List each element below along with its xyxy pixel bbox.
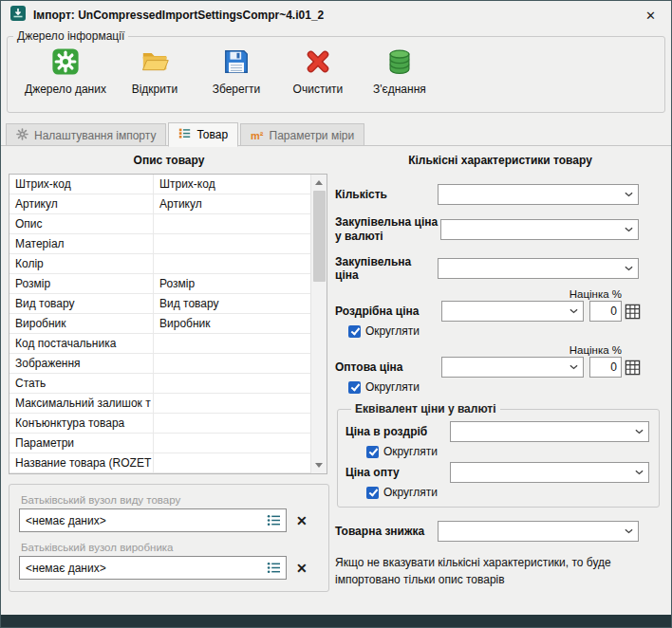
value-cell[interactable]: [154, 234, 310, 253]
parent-type-value: <немає даних>: [20, 514, 261, 527]
close-button[interactable]: ✕: [640, 7, 662, 25]
parent-maker-combo[interactable]: <немає даних>: [19, 556, 287, 580]
parent-maker-label: Батьківський вузол виробника: [21, 542, 319, 553]
currency-retail-select[interactable]: [450, 421, 649, 442]
field-cell[interactable]: Стать: [9, 374, 154, 393]
purchase-price-select[interactable]: [438, 258, 639, 279]
tab-product[interactable]: Товар: [168, 122, 238, 147]
quantity-select[interactable]: [438, 184, 639, 205]
data-source-button[interactable]: Джерело даних: [17, 46, 114, 98]
field-cell[interactable]: Код постачальника: [9, 334, 154, 353]
field-cell[interactable]: Опис: [9, 214, 154, 233]
tab-measure-params[interactable]: m² Параметри міри: [240, 123, 364, 146]
value-cell[interactable]: [154, 394, 310, 413]
table-row[interactable]: Параметри: [9, 434, 310, 453]
list-picker-icon[interactable]: [261, 557, 286, 579]
product-description-table[interactable]: Штрих-кодШтрих-кодАртикулАртикулОписМате…: [9, 174, 327, 474]
value-cell[interactable]: Вид товару: [154, 294, 310, 313]
table-row[interactable]: Максимальний залишок т: [9, 394, 310, 414]
open-button[interactable]: Відкрити: [114, 46, 196, 98]
import-dialog-window: Імпорт: UnCompressedImportSettingsCompr~…: [0, 0, 672, 628]
currency-equivalent-group: Еквівалент ціни у валюті Ціна в роздріб …: [337, 402, 660, 508]
chevron-down-icon: [635, 470, 644, 475]
field-cell[interactable]: Виробник: [9, 314, 154, 333]
value-cell[interactable]: [154, 414, 310, 433]
table-row[interactable]: Опис: [9, 214, 310, 234]
field-cell[interactable]: Параметри: [9, 434, 154, 453]
table-row[interactable]: РозмірРозмір: [9, 274, 310, 294]
scroll-down-button[interactable]: [311, 457, 327, 473]
table-row[interactable]: Зображення: [9, 354, 310, 374]
list-picker-icon[interactable]: [261, 509, 286, 531]
value-cell[interactable]: [154, 453, 310, 472]
parent-type-label: Батьківський вузол виду товару: [21, 494, 319, 506]
purchase-price-label: Закупівельна ціна: [335, 255, 438, 282]
value-cell[interactable]: [154, 334, 310, 353]
retail-round-checkbox[interactable]: [348, 325, 361, 338]
field-cell[interactable]: Матеріал: [9, 234, 154, 253]
wholesale-round-checkbox[interactable]: [348, 381, 361, 394]
wholesale-price-select[interactable]: [441, 357, 584, 378]
value-cell[interactable]: Артикул: [154, 194, 310, 213]
field-cell[interactable]: Максимальний залишок т: [9, 394, 154, 413]
table-scrollbar[interactable]: [310, 175, 327, 473]
table-row[interactable]: АртикулАртикул: [9, 194, 310, 214]
scrollbar-thumb[interactable]: [313, 191, 326, 282]
field-cell[interactable]: Зображення: [9, 354, 154, 373]
titlebar[interactable]: Імпорт: UnCompressedImportSettingsCompr~…: [1, 1, 671, 29]
table-row[interactable]: Штрих-кодШтрих-код: [9, 175, 310, 194]
discount-select[interactable]: [438, 521, 639, 542]
calculator-icon[interactable]: [625, 360, 641, 376]
tab-import-settings-label: Налаштування імпорту: [34, 129, 156, 142]
calculator-icon[interactable]: [625, 304, 641, 320]
clear-parent-type-button[interactable]: ✕: [296, 513, 308, 528]
save-floppy-icon: [222, 47, 251, 80]
value-cell[interactable]: [154, 354, 310, 373]
currency-wholesale-round-label: Округляти: [383, 486, 438, 499]
wholesale-markup-input[interactable]: 0: [589, 357, 622, 378]
field-cell[interactable]: Конъюнктура товара: [9, 414, 154, 433]
save-button[interactable]: Зберегти: [196, 46, 277, 98]
currency-wholesale-round-checkbox[interactable]: [366, 487, 379, 499]
clear-parent-maker-button[interactable]: ✕: [296, 561, 308, 576]
field-cell[interactable]: Штрих-код: [9, 175, 154, 194]
field-cell[interactable]: Артикул: [9, 194, 154, 213]
chevron-down-icon: [569, 308, 578, 314]
field-cell[interactable]: Колір: [9, 254, 154, 273]
table-row[interactable]: Конъюнктура товара: [9, 414, 310, 434]
purchase-currency-select[interactable]: [440, 219, 639, 240]
chevron-down-icon: [569, 364, 578, 370]
connection-button[interactable]: З'єднання: [359, 46, 440, 98]
value-cell[interactable]: [154, 374, 310, 393]
table-row[interactable]: Вид товаруВид товару: [9, 294, 310, 314]
table-row[interactable]: Стать: [9, 374, 310, 394]
currency-wholesale-select[interactable]: [450, 462, 649, 483]
value-cell[interactable]: [154, 434, 310, 453]
right-panel-title: Кількісні характеристики товару: [335, 146, 665, 167]
field-cell[interactable]: Название товара (ROZET: [9, 453, 154, 472]
currency-retail-round-checkbox[interactable]: [366, 446, 379, 458]
tab-import-settings[interactable]: Налаштування імпорту: [6, 123, 166, 146]
field-cell[interactable]: Розмір: [9, 274, 154, 293]
clear-button[interactable]: Очистити: [277, 46, 359, 98]
app-icon: [10, 6, 26, 25]
table-row[interactable]: Матеріал: [9, 234, 310, 254]
retail-markup-input[interactable]: 0: [589, 301, 622, 322]
value-cell[interactable]: [154, 214, 310, 233]
discount-label: Товарна знижка: [335, 525, 424, 538]
table-row[interactable]: Название товара (ROZET: [9, 453, 310, 473]
tab-measure-params-label: Параметри міри: [270, 129, 355, 142]
field-cell[interactable]: Вид товару: [9, 294, 154, 313]
value-cell[interactable]: Штрих-код: [154, 175, 310, 194]
value-cell[interactable]: Виробник: [154, 314, 310, 333]
retail-round-label: Округляти: [365, 324, 420, 338]
scroll-up-button[interactable]: [311, 175, 327, 191]
value-cell[interactable]: Розмір: [154, 274, 310, 293]
table-row[interactable]: Код постачальника: [9, 334, 310, 354]
retail-price-label: Роздрібна ціна: [335, 305, 419, 318]
table-row[interactable]: ВиробникВиробник: [9, 314, 310, 334]
value-cell[interactable]: [154, 254, 310, 273]
table-row[interactable]: Колір: [9, 254, 310, 274]
parent-type-combo[interactable]: <немає даних>: [19, 508, 287, 532]
retail-price-select[interactable]: [441, 301, 584, 322]
